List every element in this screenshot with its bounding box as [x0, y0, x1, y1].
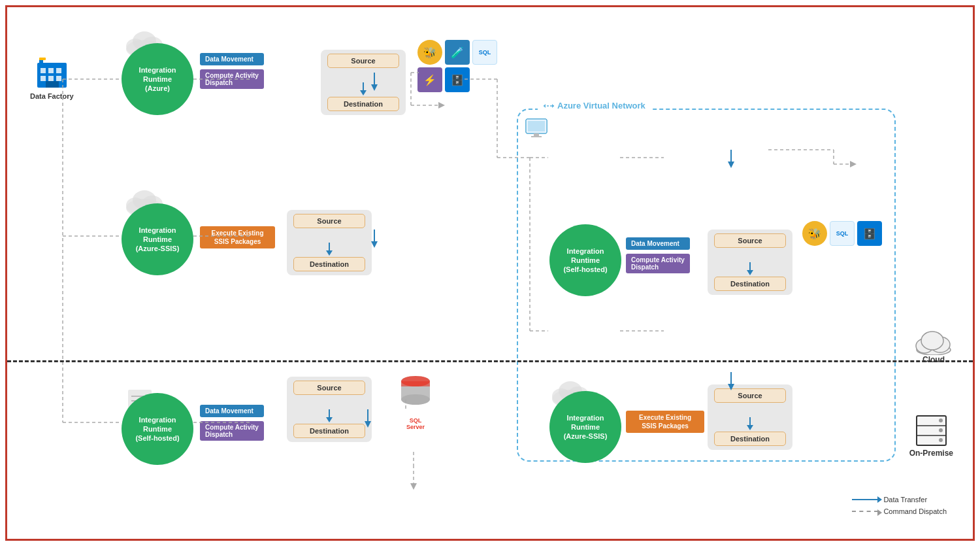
- ir-vnet-ssis-destination: Destination: [714, 432, 786, 446]
- cloud-on-premise-line: [7, 360, 973, 362]
- ir-vnet-compute-dispatch-btn[interactable]: Compute ActivityDispatch: [626, 254, 690, 273]
- ir-self-hosted-compute-dispatch-btn[interactable]: Compute ActivityDispatch: [200, 421, 264, 441]
- data-factory-icon: [34, 56, 70, 92]
- ir-vnet-arrow-down: [745, 262, 755, 275]
- ir-self-hosted-circle: Integration Runtime (Self-hosted): [122, 393, 193, 465]
- legend-data-transfer-line: [852, 499, 878, 500]
- flask-icon: 🧪: [445, 40, 470, 65]
- svg-rect-41: [41, 76, 46, 81]
- svg-rect-38: [41, 68, 46, 73]
- ir-azure-circle: Integration Runtime (Azure): [122, 43, 193, 115]
- ir-vnet-ssis-src-dst: Source Destination: [708, 384, 792, 450]
- svg-point-96: [939, 438, 943, 442]
- svg-rect-70: [401, 381, 430, 386]
- svg-rect-39: [48, 68, 54, 73]
- ir-self-hosted-destination: Destination: [293, 424, 365, 438]
- svg-marker-80: [747, 270, 753, 275]
- ir-self-hosted-buttons: Data Movement Compute ActivityDispatch: [200, 405, 264, 441]
- cloud-svg-legend: [914, 328, 953, 355]
- svg-point-68: [401, 394, 430, 405]
- legend: Data Transfer Command Dispatch: [852, 496, 947, 519]
- ir-vnet-src-dst: Source Destination: [708, 230, 792, 295]
- svg-point-94: [939, 418, 943, 422]
- ir-azure-compute-dispatch-btn[interactable]: Compute ActivityDispatch: [200, 69, 264, 89]
- azure-vnet-box: Azure Virtual Network Integration Runtim…: [517, 109, 896, 462]
- svg-rect-78: [531, 136, 542, 137]
- ir-vnet-ssis-arrow-down: [745, 417, 755, 430]
- ir-vnet-self-hosted-buttons: Data Movement Compute ActivityDispatch: [626, 237, 690, 273]
- ir-azure-ssis-buttons: Execute ExistingSSIS Packages: [200, 226, 275, 248]
- diagram-container: Data Factory Integration Runtime (Azure)…: [5, 5, 975, 541]
- ir-azure-arrow-down: [359, 82, 368, 95]
- monitor-icon: [525, 118, 551, 141]
- ir-vnet-source: Source: [714, 233, 786, 248]
- ir-azure-data-movement-btn[interactable]: Data Movement: [200, 53, 264, 65]
- svg-marker-52: [360, 90, 367, 95]
- on-premise-legend-icon: On-Premise: [909, 413, 953, 458]
- ir-vnet-ssis-source: Source: [714, 388, 786, 403]
- vnet-db-icon: 🗄️: [857, 221, 882, 246]
- ir-azure-ssis-circle: Integration Runtime (Azure-SSIS): [122, 203, 193, 275]
- ir-vnet-ssis-buttons: Execute ExistingSSIS Packages: [626, 411, 704, 433]
- legend-command-dispatch: Command Dispatch: [852, 507, 947, 515]
- svg-rect-40: [56, 68, 61, 73]
- ir-azure-ssis-execute-btn[interactable]: Execute ExistingSSIS Packages: [200, 226, 275, 248]
- ir-vnet-azure-ssis-circle: Integration Runtime (Azure-SSIS): [549, 391, 621, 463]
- svg-point-95: [939, 428, 943, 432]
- svg-marker-73: [544, 104, 546, 108]
- ir-azure-ssis-src-dst: Source Destination: [287, 210, 372, 275]
- ir-vnet-icons: 🐝 SQL 🗄️: [802, 221, 882, 246]
- svg-marker-14: [371, 241, 378, 248]
- ir-vnet-ssis-execute-btn[interactable]: Execute ExistingSSIS Packages: [626, 411, 704, 433]
- svg-marker-72: [552, 104, 554, 108]
- ir-self-hosted-source: Source: [293, 381, 365, 395]
- sql-icon: SQL: [472, 40, 497, 65]
- svg-rect-44: [46, 81, 59, 88]
- vnet-sql-icon: SQL: [830, 221, 855, 246]
- data-factory-label: Data Factory: [30, 92, 74, 100]
- svg-rect-77: [534, 133, 539, 136]
- function-icon: ⚡: [417, 67, 442, 92]
- svg-rect-76: [528, 121, 545, 131]
- svg-marker-10: [438, 102, 445, 109]
- sql-server-logo: [396, 373, 435, 416]
- ir-azure-source: Source: [327, 54, 399, 68]
- ir-vnet-data-movement-btn[interactable]: Data Movement: [626, 237, 690, 250]
- datastore-icon: 🗄️: [445, 67, 470, 92]
- on-premise-svg-legend: [913, 413, 949, 449]
- svg-point-90: [921, 332, 943, 350]
- legend-command-dispatch-line: [852, 511, 878, 512]
- vnet-hive-icon: 🐝: [802, 221, 827, 246]
- ir-azure-ssis-arrow-down: [325, 243, 334, 256]
- svg-rect-42: [48, 76, 54, 81]
- svg-marker-86: [747, 425, 753, 430]
- hive-icon: 🐝: [417, 40, 442, 65]
- svg-marker-58: [326, 250, 333, 256]
- ir-self-hosted-arrow-down: [325, 409, 334, 422]
- ir-self-hosted-data-movement-btn[interactable]: Data Movement: [200, 405, 264, 417]
- ir-azure-src-dst: Source Destination: [321, 50, 406, 115]
- azure-vnet-label: Azure Virtual Network: [538, 101, 651, 111]
- svg-marker-35: [410, 483, 417, 490]
- ir-azure-destination: Destination: [327, 97, 399, 111]
- ir-azure-ssis-destination: Destination: [293, 257, 365, 271]
- cloud-legend-icon: Cloud: [914, 328, 953, 364]
- ir-azure-buttons: Data Movement Compute ActivityDispatch: [200, 53, 264, 89]
- svg-rect-46: [39, 58, 46, 60]
- svg-marker-65: [326, 417, 333, 422]
- vnet-icon: [543, 101, 555, 111]
- ir-vnet-destination: Destination: [714, 277, 786, 291]
- data-factory: Data Factory: [30, 56, 74, 100]
- ir-azure-ssis-source: Source: [293, 214, 365, 228]
- ir-azure-icons: 🐝 🧪 SQL ⚡ 🗄️: [417, 40, 497, 92]
- ir-vnet-self-hosted-circle: Integration Runtime (Self-hosted): [549, 224, 621, 296]
- sql-server-icon: SQLServer: [396, 373, 435, 430]
- legend-data-transfer: Data Transfer: [852, 496, 947, 503]
- ir-self-hosted-src-dst: Source Destination: [287, 377, 372, 442]
- svg-rect-43: [56, 76, 61, 81]
